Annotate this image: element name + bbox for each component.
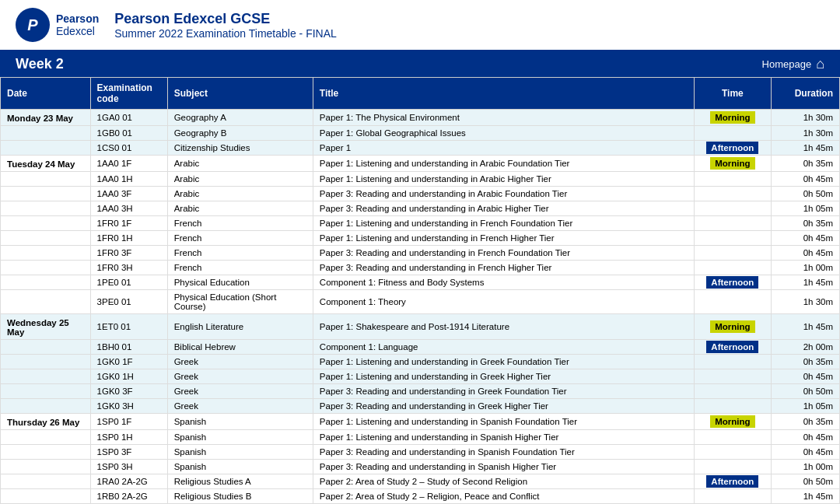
week-bar: Week 2 Homepage ⌂	[0, 51, 840, 77]
cell-date	[1, 261, 91, 275]
logo-line2: Edexcel	[56, 25, 99, 37]
cell-subject: Arabic	[167, 156, 313, 172]
cell-time	[694, 187, 771, 201]
cell-duration: 0h 45m	[771, 430, 839, 445]
cell-time	[694, 231, 771, 246]
logo-line1: Pearson	[56, 12, 99, 25]
time-morning-badge: Morning	[710, 157, 754, 170]
cell-subject: Religious Studies B	[167, 489, 313, 504]
table-row: 1AA0 1HArabicPaper 1: Listening and unde…	[1, 172, 840, 187]
cell-title: Paper 1: Listening and understanding in …	[313, 231, 694, 246]
cell-time: Afternoon	[694, 275, 771, 290]
cell-time	[694, 460, 771, 474]
cell-title: Paper 1: Listening and understanding in …	[313, 414, 694, 430]
table-row: 1SP0 3HSpanishPaper 3: Reading and under…	[1, 460, 840, 474]
cell-subject: Arabic	[167, 172, 313, 187]
cell-title: Paper 3: Reading and understanding in Sp…	[313, 445, 694, 460]
cell-date	[1, 201, 91, 216]
cell-code: 1AA0 1F	[90, 156, 167, 172]
cell-code: 1AA0 3F	[90, 187, 167, 201]
table-row: 1FR0 3HFrenchPaper 3: Reading and unders…	[1, 261, 840, 275]
cell-date	[1, 187, 91, 201]
cell-time	[694, 290, 771, 314]
cell-code: 1GA0 01	[90, 110, 167, 126]
table-row: 1FR0 1FFrenchPaper 1: Listening and unde…	[1, 216, 840, 231]
cell-title: Paper 1: Listening and understanding in …	[313, 172, 694, 187]
cell-time	[694, 369, 771, 384]
cell-subject: English Literature	[167, 314, 313, 340]
cell-code: 1SP0 3H	[90, 460, 167, 474]
cell-title: Paper 1: Listening and understanding in …	[313, 430, 694, 445]
cell-code: 1GK0 1H	[90, 369, 167, 384]
cell-code: 1SP0 1F	[90, 414, 167, 430]
table-row: 1AA0 3FArabicPaper 3: Reading and unders…	[1, 187, 840, 201]
header-title: Title	[313, 78, 694, 110]
cell-date	[1, 384, 91, 399]
cell-code: 1SP0 3F	[90, 445, 167, 460]
cell-date	[1, 445, 91, 460]
time-morning-badge: Morning	[710, 111, 754, 124]
table-row: 1SP0 1HSpanishPaper 1: Listening and und…	[1, 430, 840, 445]
cell-date	[1, 231, 91, 246]
cell-subject: Spanish	[167, 430, 313, 445]
table-body: Monday 23 May1GA0 01Geography APaper 1: …	[1, 110, 840, 505]
table-header-row: Date Examinationcode Subject Title Time …	[1, 78, 840, 110]
cell-time	[694, 126, 771, 141]
table-row: Monday 23 May1GA0 01Geography APaper 1: …	[1, 110, 840, 126]
cell-code: 1CS0 01	[90, 141, 167, 156]
cell-time	[694, 201, 771, 216]
cell-duration: 1h 45m	[771, 141, 839, 156]
cell-time: Morning	[694, 156, 771, 172]
table-row: 1CS0 01Citizenship StudiesPaper 1Afterno…	[1, 141, 840, 156]
cell-code: 1FR0 1H	[90, 231, 167, 246]
cell-subject: Arabic	[167, 201, 313, 216]
cell-subject: Greek	[167, 399, 313, 414]
cell-code: 1PE0 01	[90, 275, 167, 290]
cell-title: Component 1: Language	[313, 340, 694, 355]
cell-time	[694, 216, 771, 231]
cell-date	[1, 172, 91, 187]
table-row: 1PE0 01Physical EducationComponent 1: Fi…	[1, 275, 840, 290]
table-container: Date Examinationcode Subject Title Time …	[0, 77, 840, 504]
cell-title: Paper 2: Area of Study 2 – Study of Seco…	[313, 474, 694, 489]
cell-title: Paper 1: Global Geographical Issues	[313, 126, 694, 141]
cell-subject: Physical Education (Short Course)	[167, 290, 313, 314]
cell-subject: Citizenship Studies	[167, 141, 313, 156]
table-row: 1GK0 3FGreekPaper 3: Reading and underst…	[1, 384, 840, 399]
cell-time	[694, 399, 771, 414]
cell-title: Paper 1: Shakespeare and Post-1914 Liter…	[313, 314, 694, 340]
cell-duration: 0h 45m	[771, 369, 839, 384]
cell-duration: 0h 50m	[771, 187, 839, 201]
cell-duration: 1h 30m	[771, 110, 839, 126]
cell-duration: 1h 45m	[771, 489, 839, 504]
homepage-link[interactable]: Homepage ⌂	[762, 56, 824, 72]
cell-time: Afternoon	[694, 141, 771, 156]
cell-time	[694, 355, 771, 369]
cell-code: 1FR0 1F	[90, 216, 167, 231]
cell-time: Afternoon	[694, 340, 771, 355]
cell-duration: 1h 45m	[771, 314, 839, 340]
table-row: 1GK0 1FGreekPaper 1: Listening and under…	[1, 355, 840, 369]
cell-date	[1, 275, 91, 290]
table-row: 1BH0 01Biblical HebrewComponent 1: Langu…	[1, 340, 840, 355]
cell-code: 1BH0 01	[90, 340, 167, 355]
table-row: 1AA0 3HArabicPaper 3: Reading and unders…	[1, 201, 840, 216]
cell-time: Afternoon	[694, 474, 771, 489]
cell-subject: French	[167, 231, 313, 246]
header: P Pearson Edexcel Pearson Edexcel GCSE S…	[0, 0, 840, 51]
cell-date	[1, 290, 91, 314]
cell-date: Wednesday 25 May	[1, 314, 91, 340]
cell-code: 1FR0 3F	[90, 246, 167, 261]
time-afternoon-badge: Afternoon	[706, 276, 758, 289]
cell-title: Paper 1: Listening and understanding in …	[313, 156, 694, 172]
header-time: Time	[694, 78, 771, 110]
time-morning-badge: Morning	[710, 415, 754, 428]
cell-title: Paper 1: Listening and understanding in …	[313, 355, 694, 369]
cell-title: Paper 3: Reading and understanding in Gr…	[313, 384, 694, 399]
cell-duration: 0h 45m	[771, 231, 839, 246]
table-row: Tuesday 24 May1AA0 1FArabicPaper 1: List…	[1, 156, 840, 172]
cell-title: Paper 1: Listening and understanding in …	[313, 216, 694, 231]
cell-date	[1, 246, 91, 261]
cell-duration: 0h 35m	[771, 355, 839, 369]
cell-duration: 0h 50m	[771, 384, 839, 399]
